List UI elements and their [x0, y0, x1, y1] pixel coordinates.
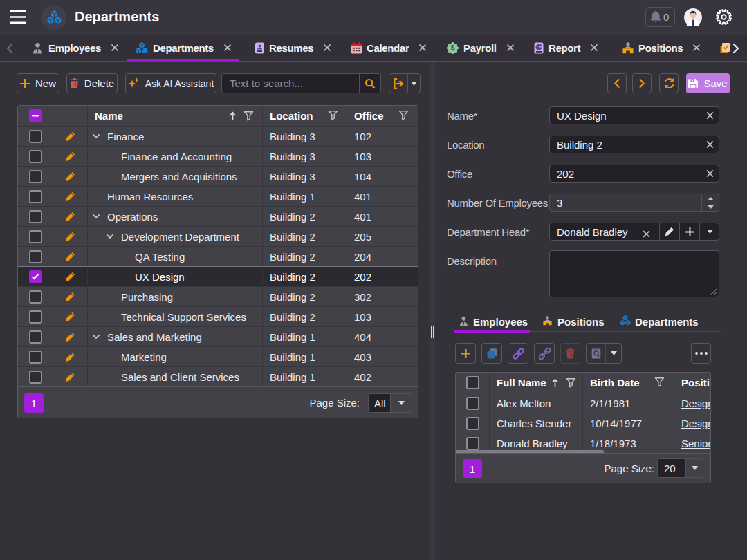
- svg-text:$: $: [451, 44, 455, 52]
